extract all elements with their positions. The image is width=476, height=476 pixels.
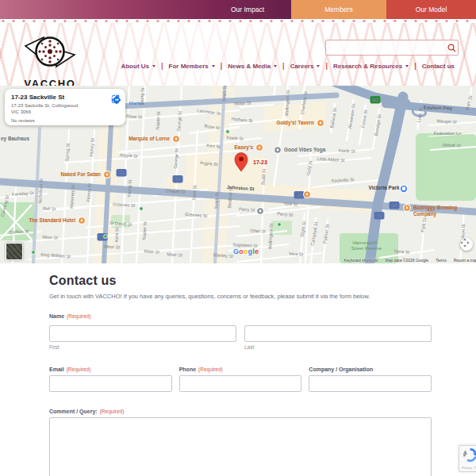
first-name-field[interactable] [49,325,236,342]
map-label: Perry St [239,206,255,212]
train-icon [402,187,405,190]
map-label: Kent St [114,227,120,242]
top-utility-bar: Our Impact Members Our Model [0,0,476,19]
map-label: Bell St [43,206,56,212]
map-poi-icon[interactable] [320,122,322,125]
map-label: Good Vibes Yoga [284,147,326,153]
required-indicator: (Required) [67,313,91,319]
map-label: Moor St [104,244,120,249]
map-label: 34 [175,177,181,182]
vaccho-logo[interactable]: VACCHO [24,30,76,90]
recaptcha-badge[interactable]: Privacy - Terms [459,445,476,472]
terms-link[interactable]: Terms [436,258,447,263]
company-field[interactable] [309,375,432,392]
recaptcha-privacy-terms[interactable]: Privacy - Terms [462,466,476,470]
topbar-link-our-model[interactable]: Our Model [386,0,476,19]
comment-label: Comment / Query:(Required) [49,409,432,414]
nav-item-about-us[interactable]: About Us [115,63,161,70]
contact-section: Contact us Get in touch with VACCHO! If … [0,263,476,476]
chevron-down-icon [152,65,155,67]
satellite-layer-toggle[interactable] [6,243,23,260]
map-label: The Standard Hotel [29,217,75,223]
map-poi-icon[interactable] [81,220,83,222]
nav-item-research-resources[interactable]: Research & Resources [328,63,414,70]
map-label: Victoria Park [369,185,400,190]
map-poi-icon[interactable] [406,207,409,209]
map-data-copyright: Map data ©2026 Google [386,258,429,263]
map-label: Easey's [234,144,253,151]
chevron-down-icon [317,65,320,67]
report-map-error-link[interactable]: Report a map error [454,258,476,263]
map-label: Budd St [260,168,266,185]
nav-item-news-media[interactable]: News & Media [222,63,282,70]
last-sublabel: Last [244,344,432,350]
place-title: 17-23 Sackville St [11,94,119,101]
map-label: Federation Ln [434,131,462,136]
site-header: VACCHO About Us | For Members | News & M… [0,23,476,86]
topbar-link-our-impact[interactable]: Our Impact [204,0,291,19]
map-poi-icon[interactable] [259,147,261,149]
last-name-field[interactable] [244,325,432,342]
email-label: Email(Required) [49,367,172,372]
recaptcha-swirl-icon [463,447,476,466]
map-poi-icon[interactable] [259,210,262,213]
page-title: Contact us [49,274,432,288]
map-attribution: Keyboard shortcuts Map data ©2026 Google… [344,258,476,263]
map-label: Eastern Fwy [424,104,453,110]
map-embed[interactable]: MarketMater StRose StLeicester StRose St… [0,86,476,263]
comment-field[interactable] [49,417,432,476]
google-logo[interactable]: Google [233,248,259,255]
nav-item-for-members[interactable]: For Members [163,63,221,70]
map-poi-icon[interactable] [140,207,144,211]
required-indicator: (Required) [198,367,223,372]
nav-item-careers[interactable]: Careers [285,63,326,70]
first-sublabel: First [49,344,236,350]
keyboard-shortcuts-link[interactable]: Keyboard shortcuts [344,258,378,263]
topbar-gradient [0,0,204,19]
map-label: 34 [392,203,397,208]
map-label: Company [413,211,437,217]
map-poi-icon[interactable] [104,235,108,239]
map-label: M3 [372,98,378,102]
search-box [325,40,459,56]
map-poi-icon[interactable] [32,251,36,255]
map-label: Abbott St [442,143,461,148]
map-poi-icon[interactable] [306,194,309,196]
phone-label: Phone(Required) [179,367,302,372]
chevron-down-icon [405,65,409,67]
map-label: 17-23 [253,159,267,165]
map-label: Street Reserve [351,246,382,251]
map-label: Naked For Satan [61,171,102,177]
topbar-link-members[interactable]: Members [291,0,386,19]
map-label: ey Bauhaus [1,136,29,142]
map-label: Goldy's! Tavern [276,120,314,126]
required-indicator: (Required) [67,367,91,372]
map-poi-icon[interactable] [175,138,178,140]
name-label: Name(Required) [49,313,432,319]
map-label: Harmsworth [352,240,377,245]
chevron-down-icon [212,65,215,67]
intro-text: Get in touch with VACCHO! If you have an… [49,293,432,300]
search-icon[interactable] [445,44,458,52]
place-address: 17-23 Sackville St, Collingwood VIC 3066 [11,102,87,116]
nav-item-contact-us[interactable]: Contact us [416,63,460,70]
email-field[interactable] [49,375,172,392]
phone-field[interactable] [179,375,302,392]
chevron-down-icon [274,65,277,67]
vaccho-logo-icon [24,30,76,75]
search-input[interactable] [326,40,445,55]
map-poi-icon[interactable] [226,130,230,134]
map-poi-icon[interactable] [106,174,109,176]
map-label: 34 [297,193,302,198]
map-label: 34 [119,171,125,175]
map-info-card: 17-23 Sackville St 17-23 Sackville St, C… [5,89,125,125]
place-reviews: No reviews [11,118,119,123]
map-label: Keele St [338,148,355,153]
map-poi-icon[interactable] [277,149,279,152]
map-poi-icon[interactable] [278,223,282,227]
pan-arrows-icon[interactable] [460,238,473,251]
map-label: Otter St [250,228,266,234]
map-label: 29 [377,213,382,218]
marker-dot [239,157,244,162]
map-label: Marquis of Lorne [129,136,170,142]
